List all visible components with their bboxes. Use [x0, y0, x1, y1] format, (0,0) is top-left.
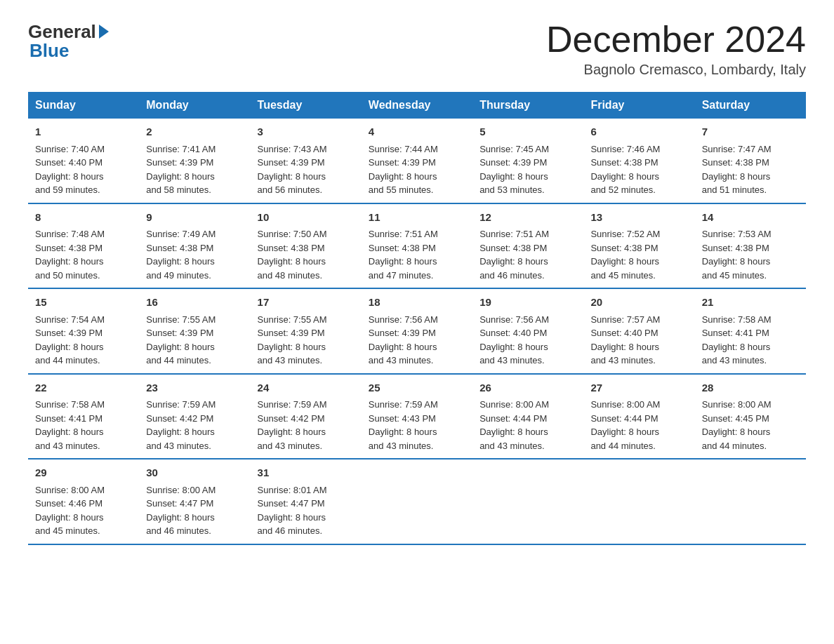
- calendar-cell: 28Sunrise: 8:00 AMSunset: 4:45 PMDayligh…: [695, 374, 806, 459]
- header-friday: Friday: [583, 92, 694, 119]
- calendar-table: SundayMondayTuesdayWednesdayThursdayFrid…: [28, 92, 806, 545]
- day-info: Sunset: 4:39 PM: [479, 156, 576, 170]
- calendar-header-row: SundayMondayTuesdayWednesdayThursdayFrid…: [28, 92, 806, 119]
- calendar-cell: 9Sunrise: 7:49 AMSunset: 4:38 PMDaylight…: [139, 203, 250, 289]
- calendar-cell: 17Sunrise: 7:55 AMSunset: 4:39 PMDayligh…: [251, 288, 362, 374]
- day-number: 11: [369, 210, 465, 226]
- calendar-cell: [362, 459, 472, 544]
- day-info: Daylight: 8 hours: [35, 255, 132, 269]
- calendar-cell: 12Sunrise: 7:51 AMSunset: 4:38 PMDayligh…: [472, 203, 583, 289]
- day-info: and 43 minutes.: [590, 354, 687, 368]
- day-info: Sunrise: 7:43 AM: [258, 142, 355, 156]
- day-number: 29: [35, 465, 132, 481]
- calendar-cell: 30Sunrise: 8:00 AMSunset: 4:47 PMDayligh…: [139, 459, 250, 544]
- calendar-cell: 16Sunrise: 7:55 AMSunset: 4:39 PMDayligh…: [139, 288, 250, 374]
- calendar-week-row: 22Sunrise: 7:58 AMSunset: 4:41 PMDayligh…: [28, 374, 806, 459]
- day-info: and 44 minutes.: [702, 439, 799, 453]
- day-info: and 43 minutes.: [479, 354, 576, 368]
- location-label: Bagnolo Cremasco, Lombardy, Italy: [546, 62, 806, 78]
- day-info: Sunrise: 7:54 AM: [35, 313, 132, 327]
- calendar-cell: 3Sunrise: 7:43 AMSunset: 4:39 PMDaylight…: [251, 119, 362, 203]
- month-title: December 2024: [546, 21, 806, 58]
- day-info: Sunrise: 7:59 AM: [369, 398, 465, 412]
- day-info: Daylight: 8 hours: [479, 255, 576, 269]
- day-info: and 43 minutes.: [369, 354, 465, 368]
- day-info: and 44 minutes.: [146, 354, 243, 368]
- day-info: Daylight: 8 hours: [590, 340, 687, 354]
- day-info: Sunrise: 7:57 AM: [590, 313, 687, 327]
- calendar-cell: 6Sunrise: 7:46 AMSunset: 4:38 PMDaylight…: [583, 119, 694, 203]
- day-info: Daylight: 8 hours: [702, 170, 799, 184]
- calendar-cell: 23Sunrise: 7:59 AMSunset: 4:42 PMDayligh…: [139, 374, 250, 459]
- calendar-cell: 31Sunrise: 8:01 AMSunset: 4:47 PMDayligh…: [251, 459, 362, 544]
- day-info: Sunrise: 7:58 AM: [35, 398, 132, 412]
- day-info: Sunrise: 8:00 AM: [146, 483, 243, 497]
- day-info: Sunset: 4:38 PM: [258, 241, 355, 255]
- day-info: and 45 minutes.: [35, 524, 132, 538]
- day-number: 18: [369, 295, 465, 311]
- calendar-week-row: 15Sunrise: 7:54 AMSunset: 4:39 PMDayligh…: [28, 288, 806, 374]
- day-info: Daylight: 8 hours: [702, 255, 799, 269]
- day-number: 17: [258, 295, 355, 311]
- calendar-cell: 18Sunrise: 7:56 AMSunset: 4:39 PMDayligh…: [362, 288, 472, 374]
- header-saturday: Saturday: [695, 92, 806, 119]
- day-info: Sunrise: 7:55 AM: [258, 313, 355, 327]
- day-info: Sunrise: 7:41 AM: [146, 142, 243, 156]
- day-info: and 43 minutes.: [479, 439, 576, 453]
- day-info: and 46 minutes.: [258, 524, 355, 538]
- header-monday: Monday: [139, 92, 250, 119]
- calendar-cell: 21Sunrise: 7:58 AMSunset: 4:41 PMDayligh…: [695, 288, 806, 374]
- day-info: Sunrise: 7:58 AM: [702, 313, 799, 327]
- day-info: Daylight: 8 hours: [479, 425, 576, 439]
- day-info: Sunset: 4:47 PM: [258, 497, 355, 511]
- day-info: Sunset: 4:39 PM: [35, 326, 132, 340]
- day-info: Sunrise: 7:53 AM: [702, 227, 799, 241]
- day-info: and 48 minutes.: [258, 269, 355, 283]
- calendar-cell: 27Sunrise: 8:00 AMSunset: 4:44 PMDayligh…: [583, 374, 694, 459]
- day-info: Sunrise: 8:00 AM: [35, 483, 132, 497]
- day-info: and 45 minutes.: [590, 269, 687, 283]
- day-info: Sunset: 4:44 PM: [479, 412, 576, 426]
- day-info: Daylight: 8 hours: [590, 170, 687, 184]
- calendar-week-row: 29Sunrise: 8:00 AMSunset: 4:46 PMDayligh…: [28, 459, 806, 544]
- day-number: 27: [590, 380, 687, 396]
- day-number: 7: [702, 124, 799, 140]
- day-info: Sunset: 4:43 PM: [369, 412, 465, 426]
- day-info: Sunset: 4:41 PM: [35, 412, 132, 426]
- day-info: Sunset: 4:39 PM: [146, 156, 243, 170]
- day-info: Daylight: 8 hours: [590, 425, 687, 439]
- day-info: Sunrise: 7:44 AM: [369, 142, 465, 156]
- day-info: Sunset: 4:39 PM: [369, 326, 465, 340]
- day-info: Sunset: 4:39 PM: [258, 156, 355, 170]
- calendar-cell: 15Sunrise: 7:54 AMSunset: 4:39 PMDayligh…: [28, 288, 139, 374]
- day-number: 31: [258, 465, 355, 481]
- day-number: 25: [369, 380, 465, 396]
- day-info: Daylight: 8 hours: [702, 425, 799, 439]
- day-info: Sunset: 4:38 PM: [702, 241, 799, 255]
- day-number: 24: [258, 380, 355, 396]
- header-sunday: Sunday: [28, 92, 139, 119]
- day-info: Sunrise: 8:00 AM: [479, 398, 576, 412]
- day-info: Sunset: 4:41 PM: [702, 326, 799, 340]
- day-info: Daylight: 8 hours: [146, 170, 243, 184]
- day-info: Sunset: 4:46 PM: [35, 497, 132, 511]
- day-info: Sunset: 4:44 PM: [590, 412, 687, 426]
- day-info: Sunset: 4:38 PM: [146, 241, 243, 255]
- header-tuesday: Tuesday: [251, 92, 362, 119]
- day-info: Sunrise: 7:59 AM: [146, 398, 243, 412]
- day-number: 2: [146, 124, 243, 140]
- day-info: Sunrise: 7:47 AM: [702, 142, 799, 156]
- day-info: Daylight: 8 hours: [146, 340, 243, 354]
- day-info: Sunset: 4:38 PM: [590, 156, 687, 170]
- day-info: and 50 minutes.: [35, 269, 132, 283]
- calendar-cell: 26Sunrise: 8:00 AMSunset: 4:44 PMDayligh…: [472, 374, 583, 459]
- day-info: Daylight: 8 hours: [35, 425, 132, 439]
- day-info: Daylight: 8 hours: [258, 170, 355, 184]
- day-info: and 49 minutes.: [146, 269, 243, 283]
- day-info: Sunrise: 7:46 AM: [590, 142, 687, 156]
- day-number: 4: [369, 124, 465, 140]
- day-number: 15: [35, 295, 132, 311]
- day-info: Sunrise: 8:01 AM: [258, 483, 355, 497]
- day-info: and 46 minutes.: [146, 524, 243, 538]
- day-info: Sunrise: 8:00 AM: [702, 398, 799, 412]
